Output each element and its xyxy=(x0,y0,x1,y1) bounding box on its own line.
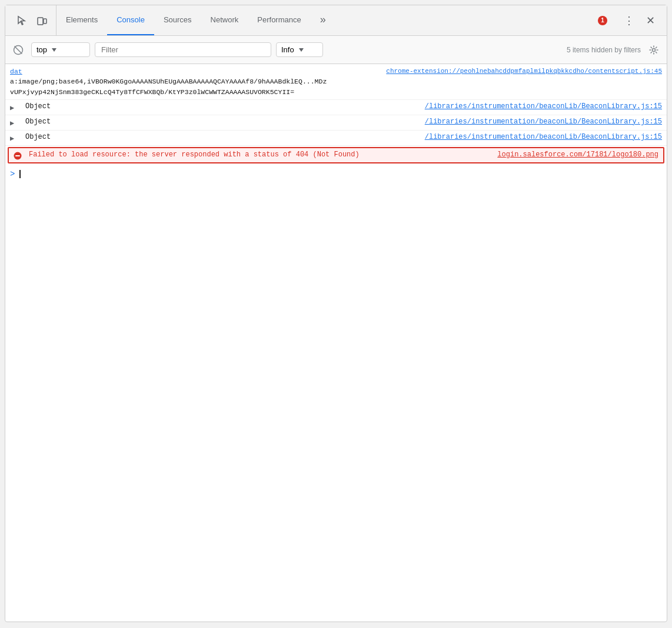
dat-label[interactable]: dat xyxy=(10,68,22,75)
svg-line-3 xyxy=(15,46,22,54)
console-row: dat chrome-extension://peohlnebahcddpmfa… xyxy=(5,64,667,100)
tab-console[interactable]: Console xyxy=(107,5,154,35)
tab-more[interactable]: » xyxy=(311,5,335,35)
expand-icon[interactable]: ▶ xyxy=(10,133,22,143)
dat-source-link[interactable]: chrome-extension://peohlnebahcddpmfaplmi… xyxy=(377,66,662,76)
devtools-window: Elements Console Sources Network Perform… xyxy=(5,5,667,622)
row-content: Object xyxy=(25,118,415,126)
context-chevron-icon xyxy=(52,48,56,52)
object-source-1[interactable]: /libraries/instrumentation/beaconLib/Bea… xyxy=(415,102,662,111)
nav-tabs: Elements Console Sources Network Perform… xyxy=(56,5,588,35)
dat-line1: a:image/png;base64,iVBORw0KGgoAAAANSUhEU… xyxy=(10,76,662,86)
console-content: dat chrome-extension://peohlnebahcddpmfa… xyxy=(5,64,667,622)
expand-icon[interactable]: ▶ xyxy=(10,102,22,112)
dat-line2: vUPxjvyp42NjSnm383geCKLcQ4Ty8TfCFWXBQb/K… xyxy=(10,87,662,97)
svg-rect-0 xyxy=(38,18,43,25)
close-button[interactable]: ✕ xyxy=(641,11,660,30)
error-source-link[interactable]: login.salesforce.com/17181/logo180.png xyxy=(497,151,658,159)
svg-rect-1 xyxy=(44,19,46,24)
tab-elements[interactable]: Elements xyxy=(56,5,107,35)
row-content: Object xyxy=(25,102,415,111)
prompt-chevron-icon: > xyxy=(10,169,15,179)
nav-toolbar: Elements Console Sources Network Perform… xyxy=(5,5,667,36)
error-circle-icon xyxy=(14,152,22,160)
object-label-1: Object xyxy=(25,102,51,111)
error-message-text: Failed to load resource: the server resp… xyxy=(29,151,658,159)
row-content: dat chrome-extension://peohlnebahcddpmfa… xyxy=(10,66,662,97)
tab-performance[interactable]: Performance xyxy=(248,5,310,35)
toolbar-right: 1 ⋮ ✕ xyxy=(588,5,664,35)
error-message-content: Failed to load resource: the server resp… xyxy=(29,151,658,159)
tab-network[interactable]: Network xyxy=(201,5,248,35)
object-label-3: Object xyxy=(25,133,51,141)
cursor-tool-button[interactable] xyxy=(12,11,31,30)
console-prompt-row: > xyxy=(5,165,667,183)
context-selector[interactable]: top xyxy=(31,42,90,57)
error-icon xyxy=(14,151,25,160)
log-level-selector[interactable]: Info xyxy=(276,42,323,57)
svg-point-4 xyxy=(653,48,656,51)
level-chevron-icon xyxy=(299,48,304,52)
console-row: ▶ Object /libraries/instrumentation/beac… xyxy=(5,115,667,131)
tab-sources[interactable]: Sources xyxy=(154,5,201,35)
error-badge-button[interactable]: 1 xyxy=(593,14,612,28)
toolbar-icons xyxy=(8,5,56,35)
filter-input[interactable] xyxy=(95,42,271,57)
console-toolbar: top Info 5 items hidden by filters xyxy=(5,36,667,64)
hidden-items-info: 5 items hidden by filters xyxy=(328,46,641,54)
console-settings-button[interactable] xyxy=(646,42,662,58)
device-mode-button[interactable] xyxy=(32,11,51,30)
expand-icon[interactable]: ▶ xyxy=(10,118,22,128)
error-console-row: Failed to load resource: the server resp… xyxy=(8,147,664,163)
object-label-2: Object xyxy=(25,118,51,126)
console-row: ▶ Object /libraries/instrumentation/beac… xyxy=(5,100,667,115)
more-options-button[interactable]: ⋮ xyxy=(620,11,638,30)
blinking-cursor xyxy=(19,170,21,178)
clear-console-button[interactable] xyxy=(10,42,26,58)
console-row: ▶ Object /libraries/instrumentation/beac… xyxy=(5,131,667,146)
error-count-badge: 1 xyxy=(598,16,607,25)
object-source-2[interactable]: /libraries/instrumentation/beaconLib/Bea… xyxy=(415,118,662,126)
row-content: Object xyxy=(25,133,415,141)
console-input-line[interactable] xyxy=(19,170,21,178)
object-source-3[interactable]: /libraries/instrumentation/beaconLib/Bea… xyxy=(415,133,662,141)
